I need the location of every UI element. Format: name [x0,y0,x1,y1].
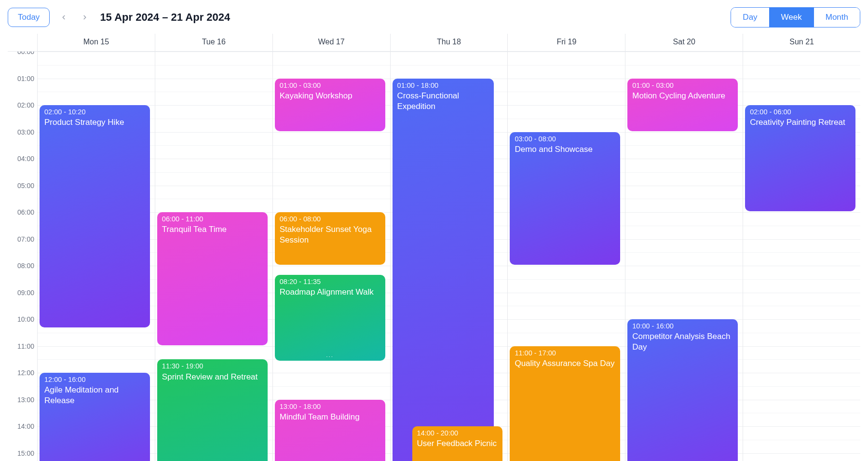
half-hour-gridline [508,65,625,66]
half-hour-gridline [38,333,155,333]
calendar-event[interactable]: 06:00 - 08:00Stakeholder Sunset Yoga Ses… [275,212,385,265]
calendar-event[interactable]: 01:00 - 03:00Motion Cycling Adventure [627,79,738,131]
calendar-event[interactable]: 13:00 - 18:00Mindful Team Building [275,400,385,461]
half-hour-gridline [508,306,625,306]
time-label: 07:00 [8,235,34,243]
hour-gridline [155,186,272,186]
hour-gridline [508,105,625,106]
hour-gridline [743,266,860,266]
day-column-tue[interactable]: 06:00 - 11:00Tranquil Tea Time11:30 - 19… [155,52,273,461]
hour-gridline [625,132,743,133]
half-hour-gridline [273,199,390,199]
day-header-thu: Thu 18 [391,34,508,51]
hour-gridline [273,373,390,373]
hour-gridline [743,52,860,52]
half-hour-gridline [273,386,390,387]
view-week-button[interactable]: Week [769,8,814,27]
event-time: 13:00 - 18:00 [280,403,380,411]
time-label: 04:00 [8,155,34,163]
hour-gridline [38,346,155,347]
day-column-fri[interactable]: 03:00 - 08:00Demo and Showcase11:00 - 17… [508,52,625,461]
hour-gridline [155,346,272,347]
event-title: Agile Meditation and Release [44,385,145,406]
hour-gridline [273,159,390,159]
half-hour-gridline [625,172,743,173]
calendar: Mon 15Tue 16Wed 17Thu 18Fri 19Sat 20Sun … [8,34,860,461]
half-hour-gridline [743,92,860,92]
header-gutter [8,34,38,51]
time-label: 05:00 [8,182,34,190]
day-header-fri: Fri 19 [508,34,625,51]
day-column-sat[interactable]: 01:00 - 03:00Motion Cycling Adventure10:… [625,52,743,461]
day-column-sun[interactable]: 02:00 - 06:00Creativity Painting Retreat [743,52,860,461]
half-hour-gridline [743,440,860,440]
calendar-event[interactable]: 01:00 - 18:00Cross-Functional Expedition [393,79,494,461]
half-hour-gridline [743,386,860,387]
chevron-left-icon [60,14,67,21]
hour-gridline [273,186,390,186]
half-hour-gridline [625,252,743,253]
time-label: 14:00 [8,422,34,430]
today-button[interactable]: Today [8,8,50,27]
half-hour-gridline [625,306,743,306]
calendar-event[interactable]: 02:00 - 06:00Creativity Painting Retreat [745,105,855,211]
resize-handle-icon[interactable]: ··· [326,353,334,360]
calendar-event[interactable]: 03:00 - 08:00Demo and Showcase [510,132,620,265]
half-hour-gridline [508,333,625,333]
time-label: 03:00 [8,128,34,136]
calendar-event[interactable]: 06:00 - 11:00Tranquil Tea Time [157,212,268,345]
view-day-button[interactable]: Day [731,8,769,27]
hour-gridline [743,319,860,320]
calendar-event[interactable]: 08:20 - 11:35Roadmap Alignment Walk··· [275,275,385,361]
event-time: 12:00 - 16:00 [44,376,145,384]
half-hour-gridline [625,199,743,199]
event-time: 08:20 - 11:35 [280,278,380,286]
day-headers-row: Mon 15Tue 16Wed 17Thu 18Fri 19Sat 20Sun … [8,34,860,52]
time-label: 00:00 [8,52,34,55]
hour-gridline [155,79,272,79]
half-hour-gridline [38,359,155,360]
event-time: 01:00 - 18:00 [397,81,489,90]
hour-gridline [743,373,860,373]
time-label: 01:00 [8,75,34,82]
half-hour-gridline [38,65,155,66]
day-column-wed[interactable]: 01:00 - 03:00Kayaking Workshop06:00 - 08… [273,52,391,461]
half-hour-gridline [743,252,860,253]
hour-gridline [625,186,743,186]
event-time: 03:00 - 08:00 [515,135,615,143]
day-column-mon[interactable]: 02:00 - 10:20Product Strategy Hike12:00 … [38,52,155,461]
time-label: 13:00 [8,396,34,404]
hour-gridline [508,52,625,52]
half-hour-gridline [625,145,743,146]
view-month-button[interactable]: Month [814,8,860,27]
view-switcher: Day Week Month [731,7,860,27]
prev-week-button[interactable] [56,10,71,25]
half-hour-gridline [625,65,743,66]
time-gutter: 00:0001:0002:0003:0004:0005:0006:0007:00… [8,52,38,461]
event-title: Mindful Team Building [280,412,380,422]
hour-gridline [273,52,390,52]
hour-gridline [155,52,272,52]
calendar-event[interactable]: 01:00 - 03:00Kayaking Workshop [275,79,385,131]
hour-gridline [625,266,743,266]
calendar-event[interactable]: 10:00 - 16:00Competitor Analysis Beach D… [627,319,738,461]
event-time: 11:30 - 19:00 [162,362,263,370]
event-title: Roadmap Alignment Walk [280,287,380,298]
day-column-thu[interactable]: 01:00 - 18:00Cross-Functional Expedition… [391,52,508,461]
calendar-event[interactable]: 02:00 - 10:20Product Strategy Hike [40,105,150,327]
hour-gridline [743,400,860,400]
hour-gridline [743,346,860,347]
calendar-event[interactable]: 14:00 - 20:00User Feedback Picnic [412,426,503,461]
time-label: 06:00 [8,208,34,216]
calendar-event[interactable]: 11:30 - 19:00Sprint Review and Retreat [157,359,268,461]
half-hour-gridline [508,279,625,280]
calendar-event[interactable]: 12:00 - 16:00Agile Meditation and Releas… [40,373,150,461]
calendar-event[interactable]: 11:00 - 17:00Quality Assurance Spa Day [510,346,620,461]
event-time: 11:00 - 17:00 [515,349,615,357]
next-week-button[interactable] [78,10,92,25]
hour-gridline [38,79,155,79]
event-title: Sprint Review and Retreat [162,372,263,382]
event-time: 01:00 - 03:00 [280,81,380,90]
hour-gridline [743,453,860,454]
half-hour-gridline [155,119,272,119]
